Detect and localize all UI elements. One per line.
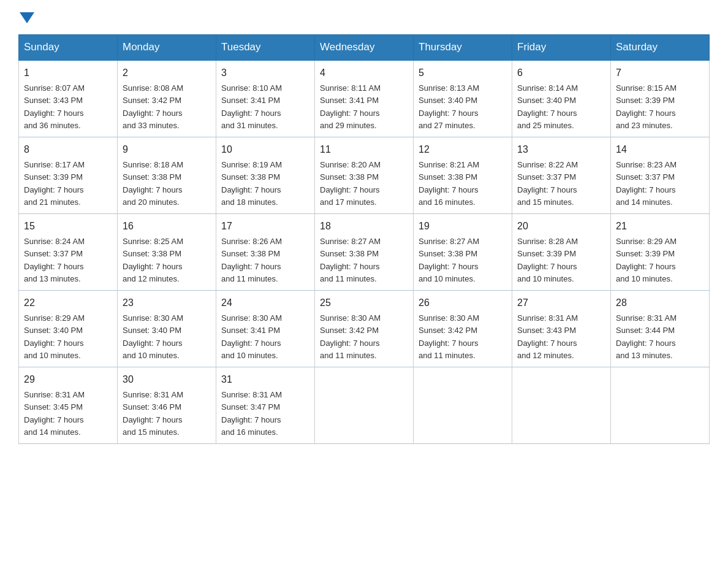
day-info: Sunrise: 8:31 AMSunset: 3:43 PMDaylight:…: [517, 313, 578, 360]
day-number: 17: [221, 219, 309, 234]
day-number: 5: [419, 66, 507, 80]
day-number: 27: [517, 296, 605, 310]
day-info: Sunrise: 8:30 AMSunset: 3:42 PMDaylight:…: [419, 313, 479, 360]
header-tuesday: Tuesday: [216, 35, 315, 61]
calendar-cell-w4-d1: 22 Sunrise: 8:29 AMSunset: 3:40 PMDaylig…: [19, 291, 118, 367]
day-info: Sunrise: 8:30 AMSunset: 3:40 PMDaylight:…: [123, 313, 183, 360]
day-number: 3: [221, 66, 309, 80]
day-number: 31: [221, 372, 309, 387]
calendar-cell-w3-d7: 21 Sunrise: 8:29 AMSunset: 3:39 PMDaylig…: [611, 214, 710, 291]
day-info: Sunrise: 8:14 AMSunset: 3:40 PMDaylight:…: [517, 83, 578, 130]
day-number: 14: [616, 142, 704, 157]
header-friday: Friday: [512, 35, 611, 61]
day-info: Sunrise: 8:27 AMSunset: 3:38 PMDaylight:…: [419, 237, 479, 283]
day-info: Sunrise: 8:10 AMSunset: 3:41 PMDaylight:…: [221, 83, 282, 130]
calendar-cell-w5-d1: 29 Sunrise: 8:31 AMSunset: 3:45 PMDaylig…: [19, 367, 118, 444]
day-number: 7: [616, 66, 704, 80]
calendar-cell-w5-d5: [414, 367, 512, 444]
week-row-5: 29 Sunrise: 8:31 AMSunset: 3:45 PMDaylig…: [19, 367, 710, 444]
calendar-cell-w4-d7: 28 Sunrise: 8:31 AMSunset: 3:44 PMDaylig…: [611, 291, 710, 367]
calendar-cell-w4-d2: 23 Sunrise: 8:30 AMSunset: 3:40 PMDaylig…: [118, 291, 216, 367]
day-info: Sunrise: 8:19 AMSunset: 3:38 PMDaylight:…: [221, 160, 282, 207]
calendar-cell-w2-d4: 11 Sunrise: 8:20 AMSunset: 3:38 PMDaylig…: [315, 137, 414, 214]
calendar-cell-w1-d1: 1 Sunrise: 8:07 AMSunset: 3:43 PMDayligh…: [19, 60, 118, 137]
day-number: 21: [616, 219, 704, 234]
calendar-cell-w5-d6: [512, 367, 611, 444]
day-info: Sunrise: 8:29 AMSunset: 3:39 PMDaylight:…: [616, 237, 677, 283]
day-number: 26: [419, 296, 507, 310]
calendar-cell-w1-d2: 2 Sunrise: 8:08 AMSunset: 3:42 PMDayligh…: [118, 60, 216, 137]
day-number: 20: [517, 219, 605, 234]
calendar-cell-w3-d4: 18 Sunrise: 8:27 AMSunset: 3:38 PMDaylig…: [315, 214, 414, 291]
day-info: Sunrise: 8:15 AMSunset: 3:39 PMDaylight:…: [616, 83, 677, 130]
day-number: 25: [320, 296, 408, 310]
day-number: 13: [517, 142, 605, 157]
calendar-cell-w1-d3: 3 Sunrise: 8:10 AMSunset: 3:41 PMDayligh…: [216, 60, 315, 137]
day-info: Sunrise: 8:21 AMSunset: 3:38 PMDaylight:…: [419, 160, 479, 207]
header-wednesday: Wednesday: [315, 35, 414, 61]
day-number: 4: [320, 66, 408, 80]
calendar-cell-w4-d5: 26 Sunrise: 8:30 AMSunset: 3:42 PMDaylig…: [414, 291, 512, 367]
day-info: Sunrise: 8:24 AMSunset: 3:37 PMDaylight:…: [24, 237, 85, 283]
day-number: 16: [123, 219, 211, 234]
day-number: 29: [24, 372, 112, 387]
day-number: 28: [616, 296, 704, 310]
calendar-table: SundayMondayTuesdayWednesdayThursdayFrid…: [18, 34, 710, 444]
calendar-cell-w4-d4: 25 Sunrise: 8:30 AMSunset: 3:42 PMDaylig…: [315, 291, 414, 367]
week-row-3: 15 Sunrise: 8:24 AMSunset: 3:37 PMDaylig…: [19, 214, 710, 291]
header-sunday: Sunday: [19, 35, 118, 61]
header-monday: Monday: [118, 35, 216, 61]
day-info: Sunrise: 8:29 AMSunset: 3:40 PMDaylight:…: [24, 313, 85, 360]
day-info: Sunrise: 8:28 AMSunset: 3:39 PMDaylight:…: [517, 237, 578, 283]
calendar-cell-w1-d7: 7 Sunrise: 8:15 AMSunset: 3:39 PMDayligh…: [611, 60, 710, 137]
logo-arrow-icon: [20, 12, 34, 23]
days-header-row: SundayMondayTuesdayWednesdayThursdayFrid…: [19, 35, 710, 61]
day-info: Sunrise: 8:30 AMSunset: 3:42 PMDaylight:…: [320, 313, 381, 360]
calendar-cell-w2-d2: 9 Sunrise: 8:18 AMSunset: 3:38 PMDayligh…: [118, 137, 216, 214]
day-info: Sunrise: 8:08 AMSunset: 3:42 PMDaylight:…: [123, 83, 183, 130]
week-row-2: 8 Sunrise: 8:17 AMSunset: 3:39 PMDayligh…: [19, 137, 710, 214]
calendar-cell-w1-d5: 5 Sunrise: 8:13 AMSunset: 3:40 PMDayligh…: [414, 60, 512, 137]
day-number: 19: [419, 219, 507, 234]
calendar-cell-w1-d4: 4 Sunrise: 8:11 AMSunset: 3:41 PMDayligh…: [315, 60, 414, 137]
day-number: 6: [517, 66, 605, 80]
calendar-cell-w2-d3: 10 Sunrise: 8:19 AMSunset: 3:38 PMDaylig…: [216, 137, 315, 214]
day-info: Sunrise: 8:30 AMSunset: 3:41 PMDaylight:…: [221, 313, 282, 360]
calendar-cell-w1-d6: 6 Sunrise: 8:14 AMSunset: 3:40 PMDayligh…: [512, 60, 611, 137]
calendar-cell-w3-d5: 19 Sunrise: 8:27 AMSunset: 3:38 PMDaylig…: [414, 214, 512, 291]
calendar-cell-w3-d3: 17 Sunrise: 8:26 AMSunset: 3:38 PMDaylig…: [216, 214, 315, 291]
calendar-cell-w5-d7: [611, 367, 710, 444]
day-number: 15: [24, 219, 112, 234]
day-number: 18: [320, 219, 408, 234]
day-number: 23: [123, 296, 211, 310]
day-number: 1: [24, 66, 112, 80]
day-info: Sunrise: 8:22 AMSunset: 3:37 PMDaylight:…: [517, 160, 578, 207]
day-info: Sunrise: 8:31 AMSunset: 3:45 PMDaylight:…: [24, 390, 85, 437]
calendar-cell-w2-d6: 13 Sunrise: 8:22 AMSunset: 3:37 PMDaylig…: [512, 137, 611, 214]
header-thursday: Thursday: [414, 35, 512, 61]
calendar-cell-w3-d6: 20 Sunrise: 8:28 AMSunset: 3:39 PMDaylig…: [512, 214, 611, 291]
day-number: 12: [419, 142, 507, 157]
calendar-cell-w2-d5: 12 Sunrise: 8:21 AMSunset: 3:38 PMDaylig…: [414, 137, 512, 214]
day-info: Sunrise: 8:07 AMSunset: 3:43 PMDaylight:…: [24, 83, 85, 130]
day-info: Sunrise: 8:23 AMSunset: 3:37 PMDaylight:…: [616, 160, 677, 207]
day-info: Sunrise: 8:20 AMSunset: 3:38 PMDaylight:…: [320, 160, 381, 207]
calendar-cell-w5-d3: 31 Sunrise: 8:31 AMSunset: 3:47 PMDaylig…: [216, 367, 315, 444]
day-info: Sunrise: 8:31 AMSunset: 3:46 PMDaylight:…: [123, 390, 183, 437]
calendar-cell-w5-d2: 30 Sunrise: 8:31 AMSunset: 3:46 PMDaylig…: [118, 367, 216, 444]
day-number: 30: [123, 372, 211, 387]
day-info: Sunrise: 8:27 AMSunset: 3:38 PMDaylight:…: [320, 237, 381, 283]
calendar-cell-w5-d4: [315, 367, 414, 444]
page-header: [18, 12, 710, 23]
day-info: Sunrise: 8:13 AMSunset: 3:40 PMDaylight:…: [419, 83, 479, 130]
calendar-cell-w3-d2: 16 Sunrise: 8:25 AMSunset: 3:38 PMDaylig…: [118, 214, 216, 291]
day-info: Sunrise: 8:31 AMSunset: 3:47 PMDaylight:…: [221, 390, 282, 437]
day-info: Sunrise: 8:11 AMSunset: 3:41 PMDaylight:…: [320, 83, 381, 130]
day-number: 11: [320, 142, 408, 157]
day-info: Sunrise: 8:17 AMSunset: 3:39 PMDaylight:…: [24, 160, 85, 207]
calendar-cell-w4-d6: 27 Sunrise: 8:31 AMSunset: 3:43 PMDaylig…: [512, 291, 611, 367]
calendar-cell-w3-d1: 15 Sunrise: 8:24 AMSunset: 3:37 PMDaylig…: [19, 214, 118, 291]
day-number: 22: [24, 296, 112, 310]
day-number: 9: [123, 142, 211, 157]
day-info: Sunrise: 8:18 AMSunset: 3:38 PMDaylight:…: [123, 160, 183, 207]
